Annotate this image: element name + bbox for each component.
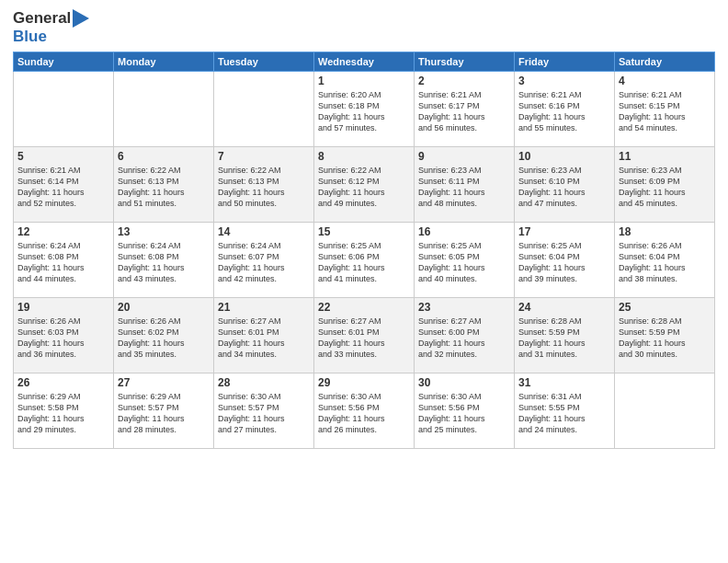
weekday-header-wednesday: Wednesday xyxy=(314,52,415,72)
day-number: 22 xyxy=(318,301,410,314)
calendar-cell xyxy=(214,72,314,147)
day-info: Sunrise: 6:23 AM Sunset: 6:11 PM Dayligh… xyxy=(418,165,510,210)
calendar-cell: 30Sunrise: 6:30 AM Sunset: 5:56 PM Dayli… xyxy=(415,373,515,449)
day-info: Sunrise: 6:25 AM Sunset: 6:04 PM Dayligh… xyxy=(518,240,610,285)
day-number: 23 xyxy=(418,301,510,314)
calendar-cell: 14Sunrise: 6:24 AM Sunset: 6:07 PM Dayli… xyxy=(214,223,314,298)
day-number: 2 xyxy=(418,75,510,87)
calendar-cell: 17Sunrise: 6:25 AM Sunset: 6:04 PM Dayli… xyxy=(515,223,615,298)
day-info: Sunrise: 6:31 AM Sunset: 5:55 PM Dayligh… xyxy=(518,391,610,436)
day-number: 27 xyxy=(118,376,210,389)
calendar-cell: 3Sunrise: 6:21 AM Sunset: 6:16 PM Daylig… xyxy=(515,72,615,147)
calendar-cell: 12Sunrise: 6:24 AM Sunset: 6:08 PM Dayli… xyxy=(14,223,114,298)
day-info: Sunrise: 6:29 AM Sunset: 5:58 PM Dayligh… xyxy=(17,391,109,436)
calendar-week-row: 5Sunrise: 6:21 AM Sunset: 6:14 PM Daylig… xyxy=(14,147,715,223)
day-info: Sunrise: 6:26 AM Sunset: 6:03 PM Dayligh… xyxy=(17,316,109,361)
day-info: Sunrise: 6:21 AM Sunset: 6:16 PM Dayligh… xyxy=(518,89,610,134)
day-number: 1 xyxy=(318,75,410,87)
calendar-cell: 15Sunrise: 6:25 AM Sunset: 6:06 PM Dayli… xyxy=(314,223,415,298)
day-info: Sunrise: 6:22 AM Sunset: 6:12 PM Dayligh… xyxy=(318,165,410,210)
day-info: Sunrise: 6:24 AM Sunset: 6:08 PM Dayligh… xyxy=(17,240,109,285)
weekday-header-monday: Monday xyxy=(114,52,214,72)
calendar-cell: 31Sunrise: 6:31 AM Sunset: 5:55 PM Dayli… xyxy=(515,373,615,449)
day-number: 15 xyxy=(318,225,410,238)
day-number: 14 xyxy=(218,225,310,238)
day-number: 16 xyxy=(418,225,510,238)
calendar-week-row: 26Sunrise: 6:29 AM Sunset: 5:58 PM Dayli… xyxy=(14,373,715,449)
day-info: Sunrise: 6:26 AM Sunset: 6:04 PM Dayligh… xyxy=(619,240,711,285)
day-info: Sunrise: 6:22 AM Sunset: 6:13 PM Dayligh… xyxy=(118,165,210,210)
day-number: 25 xyxy=(619,301,711,314)
logo-general-text: General xyxy=(13,9,71,28)
calendar-cell: 2Sunrise: 6:21 AM Sunset: 6:17 PM Daylig… xyxy=(415,72,515,147)
day-number: 9 xyxy=(418,150,510,163)
day-info: Sunrise: 6:25 AM Sunset: 6:06 PM Dayligh… xyxy=(318,240,410,285)
calendar-week-row: 19Sunrise: 6:26 AM Sunset: 6:03 PM Dayli… xyxy=(14,298,715,373)
weekday-header-sunday: Sunday xyxy=(14,52,114,72)
day-number: 6 xyxy=(118,150,210,163)
calendar-cell: 13Sunrise: 6:24 AM Sunset: 6:08 PM Dayli… xyxy=(114,223,214,298)
day-number: 20 xyxy=(118,301,210,314)
logo: General Blue xyxy=(13,9,89,46)
day-info: Sunrise: 6:21 AM Sunset: 6:14 PM Dayligh… xyxy=(17,165,109,210)
day-info: Sunrise: 6:27 AM Sunset: 6:00 PM Dayligh… xyxy=(418,316,510,361)
day-info: Sunrise: 6:22 AM Sunset: 6:13 PM Dayligh… xyxy=(218,165,310,210)
calendar-cell: 6Sunrise: 6:22 AM Sunset: 6:13 PM Daylig… xyxy=(114,147,214,223)
calendar-cell: 4Sunrise: 6:21 AM Sunset: 6:15 PM Daylig… xyxy=(615,72,715,147)
day-number: 11 xyxy=(619,150,711,163)
calendar-cell: 20Sunrise: 6:26 AM Sunset: 6:02 PM Dayli… xyxy=(114,298,214,373)
day-number: 13 xyxy=(118,225,210,238)
day-number: 30 xyxy=(418,376,510,389)
calendar-cell xyxy=(615,373,715,449)
day-number: 26 xyxy=(17,376,109,389)
day-number: 29 xyxy=(318,376,410,389)
day-number: 24 xyxy=(518,301,610,314)
logo-blue-text: Blue xyxy=(13,28,47,45)
day-number: 21 xyxy=(218,301,310,314)
weekday-header-tuesday: Tuesday xyxy=(214,52,314,72)
weekday-header-friday: Friday xyxy=(515,52,615,72)
calendar-cell: 8Sunrise: 6:22 AM Sunset: 6:12 PM Daylig… xyxy=(314,147,415,223)
calendar-cell: 10Sunrise: 6:23 AM Sunset: 6:10 PM Dayli… xyxy=(515,147,615,223)
day-info: Sunrise: 6:21 AM Sunset: 6:15 PM Dayligh… xyxy=(619,89,711,134)
day-number: 18 xyxy=(619,225,711,238)
page-container: General Blue SundayMondayTuesdayWednesda… xyxy=(0,0,728,563)
day-info: Sunrise: 6:29 AM Sunset: 5:57 PM Dayligh… xyxy=(118,391,210,436)
day-info: Sunrise: 6:27 AM Sunset: 6:01 PM Dayligh… xyxy=(218,316,310,361)
calendar-cell: 24Sunrise: 6:28 AM Sunset: 5:59 PM Dayli… xyxy=(515,298,615,373)
day-info: Sunrise: 6:25 AM Sunset: 6:05 PM Dayligh… xyxy=(418,240,510,285)
calendar-cell: 5Sunrise: 6:21 AM Sunset: 6:14 PM Daylig… xyxy=(14,147,114,223)
day-number: 10 xyxy=(518,150,610,163)
calendar-cell: 1Sunrise: 6:20 AM Sunset: 6:18 PM Daylig… xyxy=(314,72,415,147)
calendar-table: SundayMondayTuesdayWednesdayThursdayFrid… xyxy=(13,52,715,449)
day-info: Sunrise: 6:28 AM Sunset: 5:59 PM Dayligh… xyxy=(518,316,610,361)
calendar-cell: 27Sunrise: 6:29 AM Sunset: 5:57 PM Dayli… xyxy=(114,373,214,449)
day-info: Sunrise: 6:20 AM Sunset: 6:18 PM Dayligh… xyxy=(318,89,410,134)
day-info: Sunrise: 6:30 AM Sunset: 5:57 PM Dayligh… xyxy=(218,391,310,436)
day-number: 31 xyxy=(518,376,610,389)
calendar-cell: 23Sunrise: 6:27 AM Sunset: 6:00 PM Dayli… xyxy=(415,298,515,373)
day-info: Sunrise: 6:23 AM Sunset: 6:09 PM Dayligh… xyxy=(619,165,711,210)
day-number: 28 xyxy=(218,376,310,389)
weekday-header-saturday: Saturday xyxy=(615,52,715,72)
page-header: General Blue xyxy=(13,9,715,46)
day-number: 5 xyxy=(17,150,109,163)
day-info: Sunrise: 6:30 AM Sunset: 5:56 PM Dayligh… xyxy=(318,391,410,436)
day-number: 8 xyxy=(318,150,410,163)
calendar-cell: 11Sunrise: 6:23 AM Sunset: 6:09 PM Dayli… xyxy=(615,147,715,223)
day-number: 19 xyxy=(17,301,109,314)
day-number: 4 xyxy=(619,75,711,87)
weekday-header-row: SundayMondayTuesdayWednesdayThursdayFrid… xyxy=(14,52,715,72)
weekday-header-thursday: Thursday xyxy=(415,52,515,72)
calendar-cell: 21Sunrise: 6:27 AM Sunset: 6:01 PM Dayli… xyxy=(214,298,314,373)
calendar-cell: 16Sunrise: 6:25 AM Sunset: 6:05 PM Dayli… xyxy=(415,223,515,298)
calendar-cell: 18Sunrise: 6:26 AM Sunset: 6:04 PM Dayli… xyxy=(615,223,715,298)
calendar-week-row: 1Sunrise: 6:20 AM Sunset: 6:18 PM Daylig… xyxy=(14,72,715,147)
day-info: Sunrise: 6:23 AM Sunset: 6:10 PM Dayligh… xyxy=(518,165,610,210)
calendar-cell: 28Sunrise: 6:30 AM Sunset: 5:57 PM Dayli… xyxy=(214,373,314,449)
calendar-cell xyxy=(114,72,214,147)
calendar-week-row: 12Sunrise: 6:24 AM Sunset: 6:08 PM Dayli… xyxy=(14,223,715,298)
calendar-cell: 19Sunrise: 6:26 AM Sunset: 6:03 PM Dayli… xyxy=(14,298,114,373)
logo-icon xyxy=(73,9,89,28)
calendar-cell: 9Sunrise: 6:23 AM Sunset: 6:11 PM Daylig… xyxy=(415,147,515,223)
